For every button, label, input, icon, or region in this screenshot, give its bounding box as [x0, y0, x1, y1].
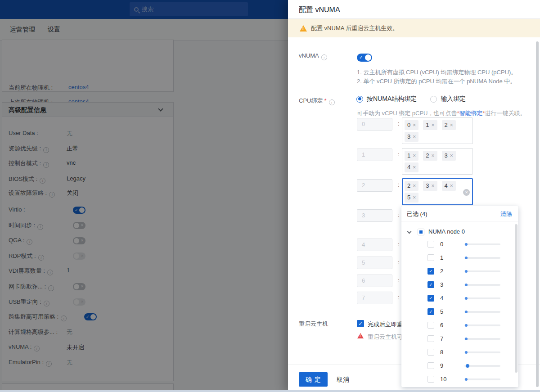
chip-remove-icon[interactable]: × [431, 153, 434, 159]
info-icon[interactable]: i [329, 99, 335, 105]
vcpu-input-5[interactable]: 5 [357, 257, 392, 269]
chip-remove-icon[interactable]: × [413, 164, 416, 171]
numa-node-group-row[interactable]: NUMA node 0 [401, 228, 518, 239]
info-icon[interactable]: i [321, 54, 327, 60]
pcpu-checkbox-8[interactable] [428, 349, 434, 356]
chip-remove-icon[interactable]: × [413, 134, 416, 140]
vcpu-input-2[interactable]: 2 [357, 179, 392, 192]
chip-remove-icon[interactable]: × [450, 153, 453, 159]
pcpu-tagbox-0[interactable]: 0×1×2×3× [402, 117, 473, 144]
radio-selected[interactable] [356, 96, 363, 103]
pcpu-checkbox-7[interactable] [428, 335, 434, 342]
pcpu-chip[interactable]: 3× [423, 181, 437, 191]
pcpu-checkbox-4[interactable]: ✓ [428, 295, 434, 302]
usage-indicator [464, 284, 500, 286]
pcpu-option-row[interactable]: ✓4 [401, 292, 518, 306]
pcpu-option-row[interactable]: 9 [401, 360, 518, 373]
pcpu-checkbox-2[interactable]: ✓ [428, 268, 434, 275]
dropdown-scrollbar[interactable] [515, 224, 518, 373]
smart-bind-hint: 可手动为 vCPU 绑定 pCPU，也可点击*智能绑定*进行一键关联。 [357, 109, 526, 117]
chip-remove-icon[interactable]: × [431, 122, 434, 128]
usage-dot [465, 338, 468, 340]
ok-button[interactable]: 确定 [299, 372, 328, 387]
pcpu-option-row[interactable]: ✓3 [401, 279, 518, 292]
pcpu-tagbox-1[interactable]: 1×2×3×4× [402, 148, 473, 175]
chip-remove-icon[interactable]: × [413, 194, 416, 201]
selected-count: 已选 (4) [407, 210, 428, 218]
pcpu-checkbox-6[interactable] [428, 322, 434, 329]
pcpu-tagbox-2[interactable]: 2×3×4×5× [402, 178, 473, 205]
chip-remove-icon[interactable]: × [450, 183, 453, 189]
pcpu-checkbox-10[interactable] [428, 376, 434, 383]
clear-selection-link[interactable]: 清除 [500, 210, 512, 218]
restart-checkbox-label: 完成后立即重 [368, 320, 403, 329]
usage-indicator [464, 378, 500, 380]
pcpu-option-row[interactable]: ✓5 [401, 306, 518, 319]
chip-remove-icon[interactable]: × [413, 183, 416, 189]
chevron-down-icon[interactable] [407, 230, 412, 234]
configure-vnuma-dialog: 配置 vNUMA 配置 vNUMA 后重启云主机生效。 vNUMAi 1. 云主… [288, 0, 540, 392]
smart-bind-link[interactable]: 智能绑定 [459, 110, 483, 117]
usage-dot [465, 297, 468, 300]
usage-dot [465, 243, 468, 246]
pcpu-chip[interactable]: 3× [405, 132, 418, 142]
radio-option[interactable]: 按NUMA结构绑定 [356, 95, 417, 103]
cancel-button[interactable]: 取消 [337, 376, 349, 384]
pcpu-option-row[interactable]: 10 [401, 373, 518, 387]
vcpu-input-7[interactable]: 7 [357, 292, 392, 304]
usage-dot [465, 284, 468, 286]
pcpu-chip[interactable]: 3× [442, 151, 456, 161]
pcpu-chip[interactable]: 0× [405, 120, 418, 130]
chip-remove-icon[interactable]: × [431, 183, 434, 189]
vcpu-input-0[interactable]: 0 [357, 118, 392, 131]
pcpu-option-label: 9 [440, 362, 443, 369]
restart-field-label: 重启云主机 [299, 320, 328, 328]
pcpu-option-row[interactable]: 1 [401, 252, 518, 265]
radio-label: 按NUMA结构绑定 [367, 95, 417, 103]
numa-node-checkbox-indeterminate[interactable] [418, 229, 424, 235]
warning-triangle-icon [300, 25, 307, 32]
pcpu-chip[interactable]: 5× [405, 193, 418, 203]
chip-remove-icon[interactable]: × [413, 122, 416, 128]
chip-remove-icon[interactable]: × [413, 153, 416, 159]
pcpu-option-row[interactable]: 6 [401, 319, 518, 333]
pcpu-checkbox-5[interactable]: ✓ [428, 308, 434, 315]
pcpu-option-row[interactable]: 0 [401, 238, 518, 252]
radio-option[interactable]: 输入绑定 [430, 95, 466, 103]
radio-unselected[interactable] [430, 96, 437, 103]
usage-indicator [464, 311, 500, 313]
vcpu-input-4[interactable]: 4 [357, 239, 392, 251]
pcpu-checkbox-3[interactable]: ✓ [428, 281, 434, 288]
pcpu-chip[interactable]: 4× [442, 181, 456, 191]
vcpu-input-6[interactable]: 6 [357, 275, 392, 287]
restart-checkbox[interactable]: ✓ [357, 320, 364, 327]
vcpu-input-1[interactable]: 1 [357, 149, 392, 161]
colon-separator: : [398, 212, 400, 218]
usage-dot [465, 257, 468, 259]
colon-separator: : [398, 294, 400, 301]
pcpu-checkbox-9[interactable] [428, 362, 434, 369]
pcpu-chip[interactable]: 4× [405, 162, 418, 172]
pcpu-option-label: 2 [440, 268, 443, 275]
clear-tags-icon[interactable]: ✕ [463, 189, 470, 196]
pcpu-chip[interactable]: 2× [423, 151, 437, 161]
pcpu-chip[interactable]: 1× [423, 120, 437, 130]
cpu-bind-field-label: CPU绑定*i [299, 97, 335, 105]
dialog-scrollbar[interactable] [536, 41, 539, 387]
vnuma-toggle[interactable] [357, 54, 372, 62]
pcpu-chip[interactable]: 1× [405, 151, 418, 161]
chip-remove-icon[interactable]: × [450, 122, 453, 128]
pcpu-chip[interactable]: 2× [405, 181, 418, 191]
cpu-bind-radio-group: 按NUMA结构绑定输入绑定 [356, 95, 466, 103]
pcpu-chip[interactable]: 2× [442, 120, 456, 130]
vcpu-input-3[interactable]: 3 [357, 209, 392, 222]
colon-separator: : [398, 259, 400, 266]
pcpu-option-row[interactable]: 8 [401, 346, 518, 360]
pcpu-checkbox-0[interactable] [428, 241, 434, 248]
pcpu-option-row[interactable]: 7 [401, 333, 518, 346]
usage-dot [465, 311, 468, 313]
pcpu-select-dropdown: 已选 (4) 清除 NUMA node 0 01✓2✓3✓4✓5678910 [401, 206, 518, 387]
warning-banner-text: 配置 vNUMA 后重启云主机生效。 [311, 24, 398, 32]
pcpu-checkbox-1[interactable] [428, 254, 434, 261]
pcpu-option-row[interactable]: ✓2 [401, 265, 518, 279]
